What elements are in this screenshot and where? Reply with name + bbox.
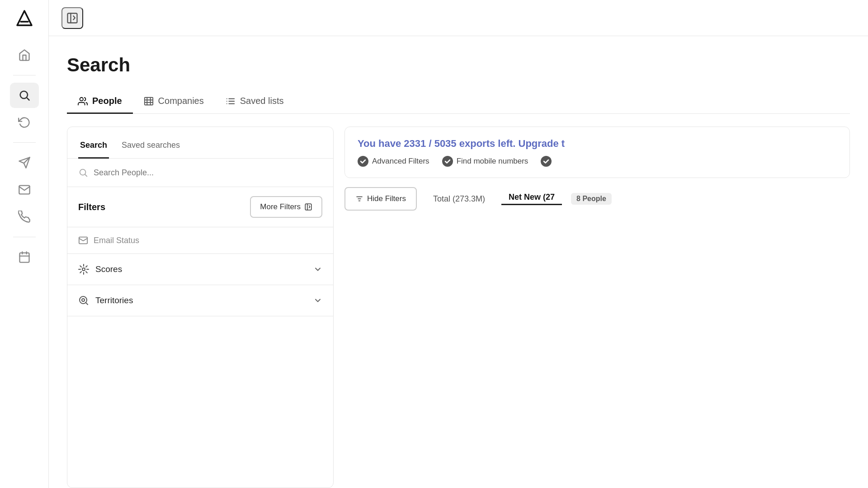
scores-chevron-icon — [313, 265, 322, 274]
filter-scores-label: Scores — [95, 264, 122, 274]
upgrade-banner: You have 2331 / 5035 exports left. Upgra… — [344, 127, 850, 178]
svg-line-30 — [86, 303, 88, 305]
feature-mobile-numbers: Find mobile numbers — [442, 156, 528, 167]
saved-lists-icon — [226, 96, 236, 106]
checkmark-icon-2 — [444, 158, 451, 164]
sidebar-item-calendar[interactable] — [10, 244, 39, 270]
sidebar-divider-1 — [13, 75, 36, 75]
feature-advanced-filters: Advanced Filters — [358, 156, 429, 167]
svg-point-29 — [82, 299, 85, 301]
people-icon — [78, 96, 88, 106]
hide-filters-button[interactable]: Hide Filters — [344, 187, 417, 211]
content-row: Search Saved searches Filters More Filte… — [67, 127, 850, 488]
svg-rect-8 — [68, 13, 77, 23]
people-count-badge: 8 People — [571, 193, 612, 205]
svg-rect-24 — [305, 204, 311, 210]
svg-point-27 — [82, 268, 85, 271]
filters-label: Filters — [78, 202, 105, 212]
tab-people-label: People — [92, 96, 122, 106]
filter-icon — [355, 195, 363, 203]
filter-panel-tabs: Search Saved searches — [67, 127, 333, 159]
sidebar-item-outreach[interactable] — [10, 150, 39, 175]
upgrade-total: 5035 — [434, 138, 457, 149]
svg-point-10 — [80, 97, 83, 100]
upgrade-separator: / — [429, 138, 431, 149]
tab-companies[interactable]: Companies — [133, 89, 215, 114]
feature-extra — [541, 156, 552, 167]
upgrade-text: You have 2331 / 5035 exports left. Upgra… — [358, 138, 837, 150]
svg-rect-11 — [144, 97, 152, 105]
page-content: Search People Com — [49, 36, 868, 488]
results-total: Total (273.3M) — [426, 194, 492, 204]
sidebar-item-inbox[interactable] — [10, 177, 39, 202]
upgrade-current: 2331 — [404, 138, 426, 149]
check-circle-1 — [358, 156, 368, 167]
tab-companies-label: Companies — [158, 96, 204, 106]
sidebar-item-home[interactable] — [10, 42, 39, 68]
tabs-bar: People Companies — [67, 89, 850, 114]
panel-icon — [304, 203, 312, 211]
check-circle-3 — [541, 156, 552, 167]
territories-chevron-icon — [313, 296, 322, 305]
email-status-icon — [78, 235, 88, 245]
sidebar-nav — [0, 42, 48, 270]
svg-line-23 — [85, 174, 87, 176]
sidebar-item-calls[interactable] — [10, 204, 39, 230]
tab-saved-lists[interactable]: Saved lists — [215, 89, 295, 114]
app-logo — [14, 9, 34, 29]
right-panel: You have 2331 / 5035 exports left. Upgra… — [344, 127, 850, 488]
tab-people[interactable]: People — [67, 89, 133, 114]
filter-panel: Search Saved searches Filters More Filte… — [67, 127, 334, 488]
territories-icon — [78, 295, 89, 306]
upgrade-features: Advanced Filters Find mobile numbers — [358, 156, 837, 167]
search-icon — [78, 168, 88, 178]
filter-tab-search[interactable]: Search — [78, 136, 109, 159]
sidebar — [0, 0, 49, 488]
companies-icon — [144, 96, 154, 106]
filter-territories-left: Territories — [78, 295, 133, 306]
search-box — [67, 159, 333, 187]
filter-email-status-partial[interactable]: Email Status — [67, 227, 333, 254]
filter-section-scores[interactable]: Scores — [67, 254, 333, 285]
svg-line-1 — [27, 98, 29, 100]
more-filters-button[interactable]: More Filters — [250, 196, 322, 218]
more-filters-label: More Filters — [260, 202, 301, 211]
feature-mobile-numbers-label: Find mobile numbers — [457, 157, 528, 166]
upgrade-prefix: You have — [358, 138, 401, 149]
main-content: Search People Com — [49, 0, 868, 488]
sidebar-item-search[interactable] — [10, 83, 39, 108]
sidebar-item-sequences[interactable] — [10, 110, 39, 135]
checkmark-icon-3 — [543, 158, 549, 164]
filter-email-status-label: Email Status — [94, 236, 139, 245]
results-net-new: Net New (27 — [501, 192, 562, 205]
sidebar-toggle-button[interactable] — [61, 7, 83, 29]
svg-rect-4 — [19, 253, 29, 263]
checkmark-icon-1 — [360, 158, 366, 164]
filters-header: Filters More Filters — [67, 187, 333, 227]
sidebar-divider-2 — [13, 142, 36, 143]
hide-filters-label: Hide Filters — [367, 194, 406, 203]
page-title: Search — [67, 54, 850, 76]
filter-territories-label: Territories — [95, 296, 133, 305]
filter-tab-saved[interactable]: Saved searches — [120, 136, 182, 159]
tab-saved-lists-label: Saved lists — [240, 96, 284, 106]
top-bar — [49, 0, 868, 36]
filter-scores-left: Scores — [78, 264, 122, 275]
feature-advanced-filters-label: Advanced Filters — [372, 157, 429, 166]
svg-point-22 — [80, 169, 86, 175]
upgrade-suffix: exports left. Upgrade t — [459, 138, 565, 149]
filter-section-territories[interactable]: Territories — [67, 285, 333, 316]
results-toolbar: Hide Filters Total (273.3M) Net New (27 … — [344, 187, 850, 218]
search-people-input[interactable] — [94, 168, 322, 178]
sidebar-divider-3 — [13, 237, 36, 237]
check-circle-2 — [442, 156, 453, 167]
scores-icon — [78, 264, 89, 275]
